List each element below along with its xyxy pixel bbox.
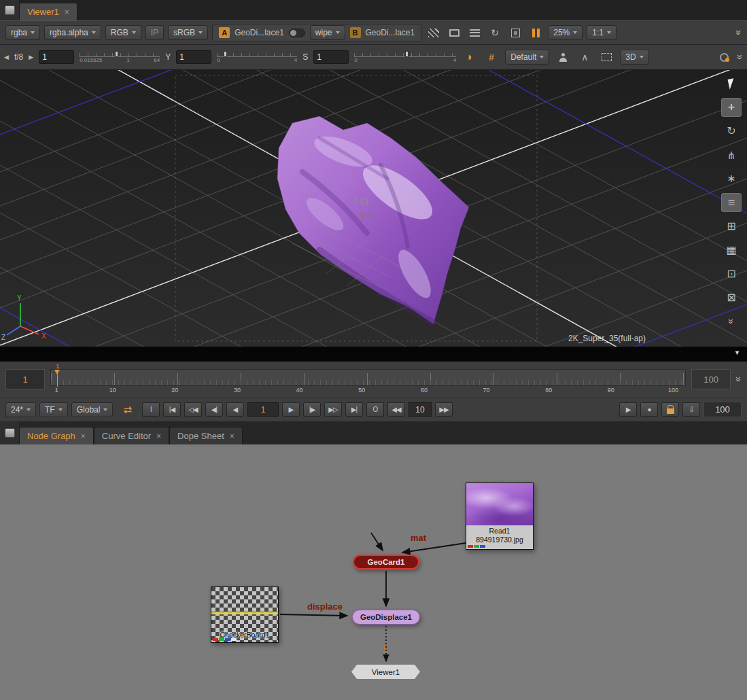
gamma-slider[interactable]: 0 4 — [217, 51, 297, 63]
roi-selection-icon[interactable] — [598, 50, 614, 65]
scale-tool[interactable]: ⋔ — [721, 145, 742, 164]
select-cursor-tool[interactable] — [721, 74, 742, 93]
saturation-input[interactable] — [313, 50, 349, 64]
gain-slider-handle[interactable] — [115, 51, 118, 57]
node-read1[interactable]: Read1 894919730.jpg — [466, 483, 534, 550]
gamma-slider-track[interactable] — [217, 51, 297, 57]
curve-tool-icon[interactable]: ∧ — [576, 50, 593, 65]
b-input-node-label[interactable]: GeoDi...lace1 — [366, 28, 415, 37]
gain-input[interactable] — [39, 50, 74, 64]
step-forward-button[interactable]: |▶ — [303, 402, 321, 417]
jump-forward-button[interactable]: ▶▶ — [435, 402, 453, 417]
lut-dropdown[interactable]: Default — [505, 50, 549, 65]
timeline-overflow-chevron-icon[interactable]: » — [734, 377, 744, 382]
crop-view-tool[interactable]: ⊠ — [721, 288, 742, 307]
colorspace-dropdown[interactable]: sRGB — [168, 25, 208, 40]
wire-geocard-stub-input[interactable] — [371, 533, 383, 550]
tile-view-tool[interactable]: ▦ — [721, 241, 742, 260]
b-input-badge[interactable]: B — [350, 27, 361, 38]
mark-in-button[interactable]: I — [142, 402, 160, 417]
toolbar-overflow-chevron-icon[interactable]: » — [734, 30, 744, 35]
node-geodisplace1[interactable]: GeoDisplace1 — [352, 610, 420, 625]
saturation-slider[interactable]: 0 4 — [354, 51, 456, 63]
wipe-toggle[interactable] — [289, 29, 305, 37]
view-mode-dropdown[interactable]: 3D — [620, 50, 648, 65]
strip-collapse-icon[interactable]: ▼ — [734, 349, 740, 356]
wipe-mode-dropdown[interactable]: wipe — [310, 25, 345, 40]
occlusion-fan-icon[interactable]: ◗ — [462, 50, 478, 65]
node-geocard1[interactable]: GeoCard1 — [353, 555, 419, 570]
tab-curve-editor[interactable]: Curve Editor × — [94, 427, 169, 444]
prev-fstop-icon[interactable]: ◀ — [4, 54, 9, 60]
pane-menu-button[interactable] — [0, 0, 19, 20]
jump-back-button[interactable]: ◀◀ — [387, 402, 405, 417]
next-keyframe-button[interactable]: ▶▷ — [324, 402, 342, 417]
fps-dropdown[interactable]: 24* — [5, 402, 36, 417]
gamma-slider-handle[interactable] — [224, 51, 227, 57]
fstop-label[interactable]: f/8 — [14, 52, 23, 62]
range-mode-dropdown[interactable]: Global — [71, 402, 114, 417]
gamma-input[interactable] — [176, 50, 211, 64]
pause-viewer-icon[interactable] — [527, 25, 544, 40]
channels-dropdown[interactable]: rgba — [5, 25, 40, 40]
export-button[interactable]: ⇩ — [682, 402, 700, 417]
go-to-end-button[interactable]: ▶| — [345, 402, 363, 417]
timeline-out-frame[interactable]: 100 — [691, 369, 731, 389]
loop-mode-button[interactable]: O — [366, 402, 384, 417]
playback-end-frame[interactable]: 100 — [703, 402, 742, 417]
frame-guide-icon[interactable] — [507, 25, 523, 40]
play-forward-button[interactable]: ▶ — [282, 402, 300, 417]
nodegraph-pane-menu-button[interactable] — [0, 421, 19, 444]
timeline-format-dropdown[interactable]: TF — [39, 402, 68, 417]
pivot-tool[interactable]: ∗ — [721, 169, 742, 188]
node-graph-canvas[interactable]: Read1 894919730.jpg GeoCard1 CheckerBoar… — [0, 444, 747, 700]
gain-slider[interactable]: 0.015625 1 64 — [80, 51, 160, 63]
wire-read-to-geocard[interactable] — [402, 542, 470, 553]
saturation-slider-track[interactable] — [354, 51, 456, 57]
go-to-start-button[interactable]: |◀ — [163, 402, 181, 417]
display-mode-dropdown[interactable]: RGB — [105, 25, 141, 40]
zoom-level-dropdown[interactable]: 25% — [548, 25, 583, 40]
viewer-3d-viewport[interactable]: 0.01 sp.1 Y X Z 2K_Super_35(full-ap) + ↻… — [0, 70, 747, 347]
capture-button[interactable]: ● — [640, 402, 658, 417]
toolbar2-overflow-chevron-icon[interactable]: » — [735, 54, 745, 60]
color-sample-icon[interactable] — [716, 50, 732, 65]
timeline-ruler[interactable]: 1 — [50, 369, 686, 386]
current-frame-field[interactable]: 1 — [247, 402, 279, 417]
grid-overlay-icon[interactable]: # — [483, 50, 500, 65]
next-fstop-icon[interactable]: ▶ — [29, 54, 33, 60]
geo-card-geometry[interactable] — [277, 116, 469, 324]
wire-checkerboard-to-geodisplace[interactable] — [280, 614, 347, 616]
gain-slider-track[interactable] — [80, 51, 160, 57]
step-back-button[interactable]: ◀| — [205, 402, 223, 417]
timeline-playhead[interactable]: 1 — [57, 370, 58, 387]
refresh-viewer-icon[interactable]: ↻ — [487, 25, 503, 40]
timeline-in-frame[interactable]: 1 — [5, 369, 45, 389]
scanline-rows-icon[interactable] — [466, 25, 483, 40]
tab-viewer1[interactable]: Viewer1 × — [19, 3, 77, 20]
tab-close-icon[interactable]: × — [65, 7, 69, 17]
node-checkerboard1[interactable]: CheckerBoard1 — [211, 587, 279, 643]
rotate-tool[interactable]: ↻ — [721, 122, 742, 141]
play-backward-button[interactable]: ◀ — [226, 402, 244, 417]
flipbook-render-button[interactable]: ▶ — [619, 402, 637, 417]
grid-snap-tool[interactable]: ⊞ — [721, 217, 742, 236]
pixel-aspect-dropdown[interactable]: 1:1 — [587, 25, 616, 40]
a-input-node-label[interactable]: GeoDi...lace1 — [234, 28, 284, 37]
a-input-badge[interactable]: A — [219, 27, 230, 38]
alpha-channel-dropdown[interactable]: rgba.alpha — [44, 25, 101, 40]
node-viewer1[interactable]: Viewer1 — [351, 665, 420, 679]
tab-curve-editor-close-icon[interactable]: × — [156, 432, 161, 441]
playback-loop-icon[interactable]: ⇄ — [123, 404, 132, 415]
tab-dope-sheet[interactable]: Dope Sheet × — [169, 427, 243, 444]
panel-rows-tool[interactable]: ≡ — [721, 193, 742, 212]
monitor-output-icon[interactable] — [446, 25, 462, 40]
more-tools-button[interactable]: » — [721, 312, 742, 331]
tab-node-graph[interactable]: Node Graph × — [19, 427, 94, 444]
input-process-button[interactable]: IP — [145, 25, 164, 40]
tab-node-graph-close-icon[interactable]: × — [81, 432, 86, 441]
range-lock-button[interactable] — [661, 402, 679, 417]
camera-person-icon[interactable] — [555, 50, 571, 65]
saturation-slider-handle[interactable] — [405, 51, 409, 57]
tab-dope-sheet-close-icon[interactable]: × — [230, 432, 234, 441]
